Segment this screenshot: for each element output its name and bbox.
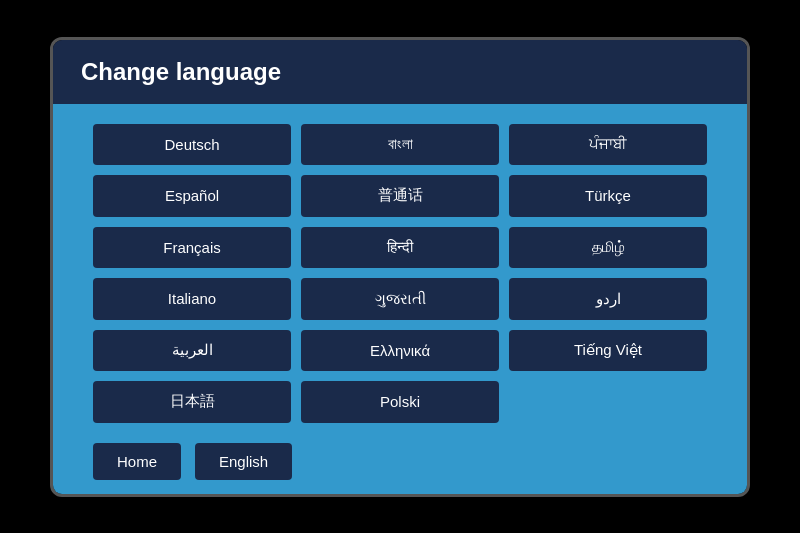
language-button[interactable]: हिन्दी	[301, 227, 499, 269]
screen: Change language DeutschবাংলাਪੰਜਾਬੀEspaño…	[50, 37, 750, 497]
footer: Home English	[53, 433, 747, 494]
language-button[interactable]: ਪੰਜਾਬੀ	[509, 124, 707, 166]
language-button[interactable]: العربية	[93, 330, 291, 372]
language-button[interactable]: 普通话	[301, 175, 499, 217]
language-button[interactable]: Italiano	[93, 278, 291, 320]
home-button[interactable]: Home	[93, 443, 181, 480]
language-button[interactable]: Français	[93, 227, 291, 269]
language-grid: DeutschবাংলাਪੰਜਾਬੀEspañol普通话TürkçeFrança…	[93, 124, 707, 423]
language-button[interactable]: اردو	[509, 278, 707, 320]
header: Change language	[53, 40, 747, 104]
language-button[interactable]: Ελληνικά	[301, 330, 499, 372]
language-button[interactable]: Tiếng Việt	[509, 330, 707, 372]
language-button[interactable]: বাংলা	[301, 124, 499, 166]
language-button[interactable]: Türkçe	[509, 175, 707, 217]
language-button[interactable]: தமிழ்	[509, 227, 707, 269]
language-button[interactable]: 日本語	[93, 381, 291, 423]
language-button	[509, 381, 707, 423]
language-button[interactable]: Deutsch	[93, 124, 291, 166]
page-title: Change language	[81, 58, 281, 85]
language-button[interactable]: ગુજરાતી	[301, 278, 499, 320]
language-button[interactable]: Español	[93, 175, 291, 217]
language-button[interactable]: Polski	[301, 381, 499, 423]
main-content: DeutschবাংলাਪੰਜਾਬੀEspañol普通话TürkçeFrança…	[53, 104, 747, 433]
current-language-button[interactable]: English	[195, 443, 292, 480]
